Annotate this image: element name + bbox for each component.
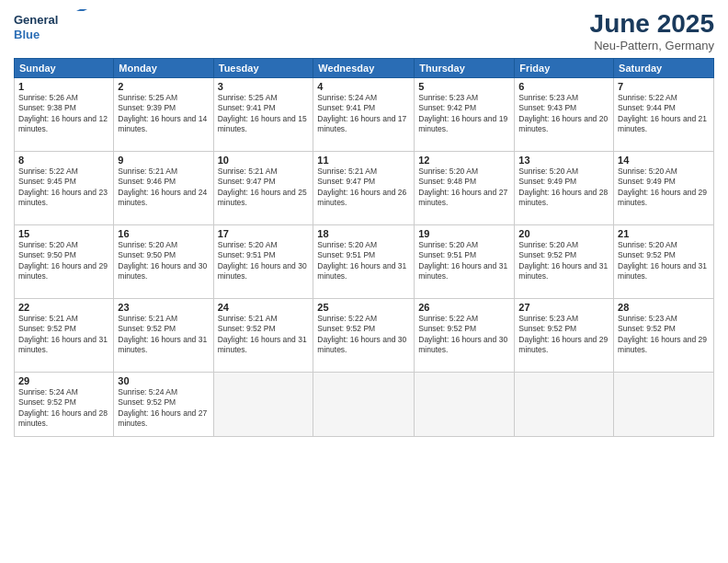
calendar-cell: 24 Sunrise: 5:21 AMSunset: 9:52 PMDaylig… xyxy=(213,299,313,373)
col-thursday: Thursday xyxy=(415,59,515,78)
day-info: Sunrise: 5:23 AMSunset: 9:42 PMDaylight:… xyxy=(418,93,507,133)
logo-svg: General Blue xyxy=(14,9,87,46)
logo: General Blue xyxy=(14,9,87,46)
col-wednesday: Wednesday xyxy=(313,59,415,78)
svg-text:Blue: Blue xyxy=(14,28,40,41)
day-number: 16 xyxy=(118,228,209,239)
day-number: 24 xyxy=(218,302,310,313)
calendar-cell: 11 Sunrise: 5:21 AMSunset: 9:47 PMDaylig… xyxy=(313,152,415,225)
calendar-cell: 26 Sunrise: 5:22 AMSunset: 9:52 PMDaylig… xyxy=(415,299,515,373)
svg-text:General: General xyxy=(14,13,58,27)
calendar-cell xyxy=(515,373,614,437)
day-info: Sunrise: 5:24 AMSunset: 9:41 PMDaylight:… xyxy=(317,93,406,133)
day-number: 17 xyxy=(218,228,310,239)
calendar-cell: 14 Sunrise: 5:20 AMSunset: 9:49 PMDaylig… xyxy=(614,152,714,225)
day-info: Sunrise: 5:23 AMSunset: 9:43 PMDaylight:… xyxy=(518,93,608,133)
subtitle: Neu-Pattern, Germany xyxy=(590,39,714,52)
calendar-week-row: 8 Sunrise: 5:22 AMSunset: 9:45 PMDayligh… xyxy=(15,152,714,225)
day-number: 9 xyxy=(118,155,209,166)
calendar-cell: 16 Sunrise: 5:20 AMSunset: 9:50 PMDaylig… xyxy=(114,225,213,299)
col-sunday: Sunday xyxy=(15,59,114,78)
calendar-cell: 17 Sunrise: 5:20 AMSunset: 9:51 PMDaylig… xyxy=(213,225,313,299)
day-number: 8 xyxy=(18,155,109,166)
calendar-cell: 28 Sunrise: 5:23 AMSunset: 9:52 PMDaylig… xyxy=(614,299,714,373)
day-info: Sunrise: 5:22 AMSunset: 9:52 PMDaylight:… xyxy=(317,314,406,354)
calendar-cell: 15 Sunrise: 5:20 AMSunset: 9:50 PMDaylig… xyxy=(15,225,114,299)
calendar-cell xyxy=(313,373,415,437)
calendar-cell: 21 Sunrise: 5:20 AMSunset: 9:52 PMDaylig… xyxy=(614,225,714,299)
calendar-cell: 9 Sunrise: 5:21 AMSunset: 9:46 PMDayligh… xyxy=(114,152,213,225)
day-info: Sunrise: 5:21 AMSunset: 9:47 PMDaylight:… xyxy=(218,167,307,207)
day-info: Sunrise: 5:25 AMSunset: 9:39 PMDaylight:… xyxy=(118,93,207,133)
day-number: 3 xyxy=(218,81,310,92)
calendar-cell: 25 Sunrise: 5:22 AMSunset: 9:52 PMDaylig… xyxy=(313,299,415,373)
day-info: Sunrise: 5:21 AMSunset: 9:52 PMDaylight:… xyxy=(218,314,307,354)
day-number: 20 xyxy=(518,228,609,239)
day-number: 25 xyxy=(317,302,410,313)
calendar-cell: 4 Sunrise: 5:24 AMSunset: 9:41 PMDayligh… xyxy=(313,78,415,152)
day-info: Sunrise: 5:21 AMSunset: 9:47 PMDaylight:… xyxy=(317,167,406,207)
day-info: Sunrise: 5:24 AMSunset: 9:52 PMDaylight:… xyxy=(118,387,207,428)
page: General Blue June 2025 Neu-Pattern, Germ… xyxy=(0,0,728,563)
day-info: Sunrise: 5:20 AMSunset: 9:51 PMDaylight:… xyxy=(418,240,507,281)
calendar-cell: 3 Sunrise: 5:25 AMSunset: 9:41 PMDayligh… xyxy=(213,78,313,152)
header: General Blue June 2025 Neu-Pattern, Germ… xyxy=(14,9,714,52)
day-info: Sunrise: 5:22 AMSunset: 9:45 PMDaylight:… xyxy=(18,167,108,207)
day-number: 6 xyxy=(518,81,609,92)
calendar-table: Sunday Monday Tuesday Wednesday Thursday… xyxy=(14,58,714,437)
calendar-cell: 29 Sunrise: 5:24 AMSunset: 9:52 PMDaylig… xyxy=(15,373,114,437)
day-info: Sunrise: 5:22 AMSunset: 9:44 PMDaylight:… xyxy=(618,93,707,133)
day-number: 18 xyxy=(317,228,410,239)
day-number: 11 xyxy=(317,155,410,166)
day-info: Sunrise: 5:20 AMSunset: 9:49 PMDaylight:… xyxy=(518,167,608,207)
calendar-week-row: 1 Sunrise: 5:26 AMSunset: 9:38 PMDayligh… xyxy=(15,78,714,152)
day-info: Sunrise: 5:23 AMSunset: 9:52 PMDaylight:… xyxy=(518,314,608,354)
day-number: 26 xyxy=(418,302,510,313)
day-info: Sunrise: 5:20 AMSunset: 9:50 PMDaylight:… xyxy=(118,240,207,281)
calendar-cell xyxy=(213,373,313,437)
calendar-cell: 1 Sunrise: 5:26 AMSunset: 9:38 PMDayligh… xyxy=(15,78,114,152)
calendar-cell: 12 Sunrise: 5:20 AMSunset: 9:48 PMDaylig… xyxy=(415,152,515,225)
title-block: June 2025 Neu-Pattern, Germany xyxy=(590,9,714,52)
calendar-header-row: Sunday Monday Tuesday Wednesday Thursday… xyxy=(15,59,714,78)
day-info: Sunrise: 5:21 AMSunset: 9:52 PMDaylight:… xyxy=(18,314,108,354)
calendar-cell: 6 Sunrise: 5:23 AMSunset: 9:43 PMDayligh… xyxy=(515,78,614,152)
calendar-cell: 18 Sunrise: 5:20 AMSunset: 9:51 PMDaylig… xyxy=(313,225,415,299)
day-info: Sunrise: 5:26 AMSunset: 9:38 PMDaylight:… xyxy=(18,93,108,133)
day-number: 14 xyxy=(618,155,710,166)
calendar-week-row: 29 Sunrise: 5:24 AMSunset: 9:52 PMDaylig… xyxy=(15,373,714,437)
svg-marker-1 xyxy=(76,9,87,11)
day-info: Sunrise: 5:20 AMSunset: 9:49 PMDaylight:… xyxy=(618,167,707,207)
col-friday: Friday xyxy=(515,59,614,78)
day-info: Sunrise: 5:20 AMSunset: 9:52 PMDaylight:… xyxy=(618,240,707,281)
calendar-cell: 10 Sunrise: 5:21 AMSunset: 9:47 PMDaylig… xyxy=(213,152,313,225)
day-number: 13 xyxy=(518,155,609,166)
day-number: 30 xyxy=(118,375,209,386)
calendar-week-row: 22 Sunrise: 5:21 AMSunset: 9:52 PMDaylig… xyxy=(15,299,714,373)
calendar-cell: 22 Sunrise: 5:21 AMSunset: 9:52 PMDaylig… xyxy=(15,299,114,373)
calendar-cell: 23 Sunrise: 5:21 AMSunset: 9:52 PMDaylig… xyxy=(114,299,213,373)
day-number: 23 xyxy=(118,302,209,313)
calendar-cell: 19 Sunrise: 5:20 AMSunset: 9:51 PMDaylig… xyxy=(415,225,515,299)
col-monday: Monday xyxy=(114,59,213,78)
main-title: June 2025 xyxy=(590,9,714,39)
day-info: Sunrise: 5:20 AMSunset: 9:51 PMDaylight:… xyxy=(218,240,307,281)
day-number: 19 xyxy=(418,228,510,239)
day-info: Sunrise: 5:21 AMSunset: 9:52 PMDaylight:… xyxy=(118,314,207,354)
day-number: 12 xyxy=(418,155,510,166)
calendar-cell xyxy=(614,373,714,437)
calendar-cell: 27 Sunrise: 5:23 AMSunset: 9:52 PMDaylig… xyxy=(515,299,614,373)
calendar-cell: 5 Sunrise: 5:23 AMSunset: 9:42 PMDayligh… xyxy=(415,78,515,152)
day-info: Sunrise: 5:20 AMSunset: 9:51 PMDaylight:… xyxy=(317,240,406,281)
day-number: 28 xyxy=(618,302,710,313)
calendar-week-row: 15 Sunrise: 5:20 AMSunset: 9:50 PMDaylig… xyxy=(15,225,714,299)
calendar-cell: 2 Sunrise: 5:25 AMSunset: 9:39 PMDayligh… xyxy=(114,78,213,152)
day-number: 7 xyxy=(618,81,710,92)
day-number: 22 xyxy=(18,302,109,313)
col-saturday: Saturday xyxy=(614,59,714,78)
day-number: 21 xyxy=(618,228,710,239)
day-info: Sunrise: 5:20 AMSunset: 9:50 PMDaylight:… xyxy=(18,240,108,281)
calendar-cell: 13 Sunrise: 5:20 AMSunset: 9:49 PMDaylig… xyxy=(515,152,614,225)
col-tuesday: Tuesday xyxy=(213,59,313,78)
calendar-cell: 7 Sunrise: 5:22 AMSunset: 9:44 PMDayligh… xyxy=(614,78,714,152)
